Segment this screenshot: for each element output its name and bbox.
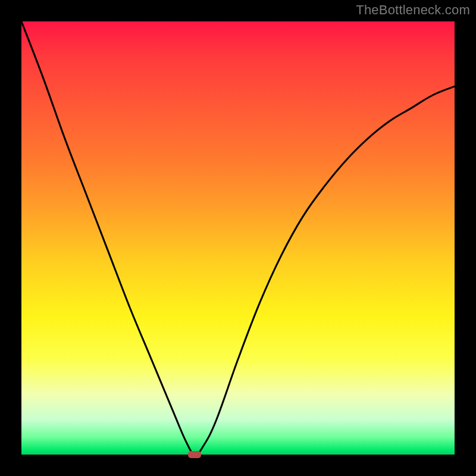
bottleneck-curve	[21, 21, 455, 455]
attribution-text: TheBottleneck.com	[356, 2, 470, 18]
chart-stage: TheBottleneck.com	[0, 0, 476, 476]
min-marker	[188, 451, 201, 458]
curve-layer	[21, 21, 455, 455]
plot-area	[21, 21, 455, 455]
